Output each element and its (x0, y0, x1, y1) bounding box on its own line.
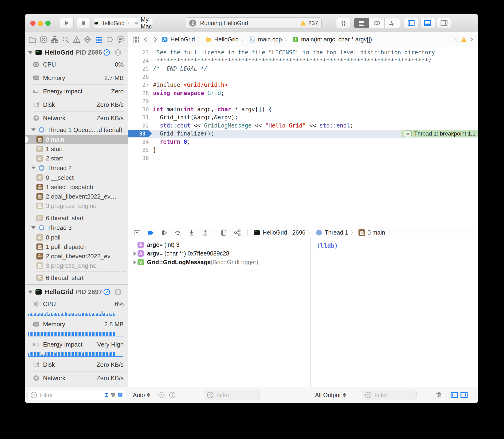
navigator-filter-input[interactable] (39, 391, 102, 399)
thread-row[interactable]: Thread 2 (25, 163, 128, 173)
toggle-inspector-button[interactable] (437, 18, 451, 28)
lldb-prompt[interactable]: (lldb) (311, 238, 478, 249)
gauge-row-network[interactable]: NetworkZero KB/s (25, 371, 128, 385)
breakpoint-badge[interactable]: 33 (128, 130, 152, 137)
back-button[interactable] (143, 37, 149, 43)
zoom-button[interactable] (45, 21, 50, 26)
navigator-tab-breakpoints[interactable] (106, 36, 114, 44)
scope-updown-icon[interactable] (343, 393, 346, 397)
memory-graph-button[interactable] (234, 229, 241, 236)
code-line[interactable]: 34 return 0; (128, 138, 478, 146)
gauge-row-energy-impact[interactable]: Energy ImpactVery High (25, 338, 128, 351)
disclosure-triangle-icon[interactable] (31, 226, 35, 229)
annotation-menu-icon[interactable] (404, 130, 412, 137)
breakpoint-annotation[interactable]: Thread 1: breakpoint 1.1 (401, 130, 478, 137)
breakpoints-toggle-button[interactable] (147, 229, 154, 236)
stack-frame-row[interactable]: ⚙2 start (25, 154, 128, 163)
code-line[interactable]: 23 See the full license in the file "LIC… (128, 49, 478, 57)
stack-frame-row[interactable]: 1 poll_dispatch (25, 242, 128, 252)
navigator-tab-symbols[interactable] (50, 36, 59, 44)
scheme-selector[interactable]: HelloGrid 〉 My Mac (94, 18, 153, 28)
code-line[interactable]: 33 Grid_finalize();Thread 1: breakpoint … (128, 130, 478, 138)
variable-disclosure-icon[interactable] (132, 260, 138, 264)
process-row[interactable]: HelloGridPID 2696 (25, 47, 128, 58)
navigator-tab-tests[interactable] (84, 36, 92, 44)
stack-frame-row[interactable]: 3 progress_engine (25, 261, 128, 270)
breadcrumb-item[interactable]: HelloGrid (170, 36, 195, 43)
gauge-row-energy-impact[interactable]: Energy ImpactZero (25, 85, 128, 98)
gauge-row-disk[interactable]: DiskZero KB/s (25, 98, 128, 111)
navigator-tab-find[interactable] (62, 36, 70, 44)
clear-console-icon[interactable] (435, 391, 442, 399)
disclosure-triangle-icon[interactable] (28, 291, 33, 294)
console-view[interactable]: (lldb) (310, 238, 478, 387)
info-icon[interactable] (169, 391, 176, 399)
step-into-button[interactable] (188, 229, 195, 236)
toggle-debug-area-button[interactable] (420, 18, 435, 28)
gauge-row-disk[interactable]: DiskZero KB/s (25, 358, 128, 371)
step-over-button[interactable] (174, 229, 182, 236)
variable-row[interactable]: Aargv = (char **) 0x7ffee9039c28 (128, 249, 310, 258)
console-filter-input[interactable] (374, 391, 414, 399)
scope-updown-icon[interactable] (147, 393, 150, 397)
stack-frame-row[interactable]: ⚙0 __select (25, 173, 128, 182)
show-console-toggle-icon[interactable] (460, 391, 468, 399)
gauge-row-memory[interactable]: Memory2.8 MB (25, 317, 128, 331)
run-button[interactable] (60, 18, 74, 28)
code-line[interactable]: 25/* END LEGAL */ (128, 65, 478, 73)
thread-row[interactable]: Thread 3 (25, 223, 128, 233)
breadcrumb-item[interactable]: HelloGrid (214, 36, 239, 43)
view-mode-toggle-icon[interactable] (117, 391, 122, 399)
debug-breadcrumb-item[interactable]: 0 main (367, 229, 385, 236)
activity-count-badge[interactable]: 2 (189, 20, 196, 27)
next-issue-button[interactable] (469, 37, 474, 42)
related-items-icon[interactable] (132, 36, 139, 43)
continue-button[interactable] (161, 229, 168, 236)
assistant-editor-button[interactable] (369, 18, 385, 28)
step-out-button[interactable] (201, 229, 209, 236)
stack-frame-row[interactable]: 0 main (25, 135, 128, 144)
navigator-tab-debug[interactable] (95, 36, 103, 44)
code-line[interactable]: 26 (128, 73, 478, 81)
flatten-frames-toggle-icon[interactable] (104, 391, 109, 399)
warning-indicator[interactable]: 237 (300, 20, 318, 27)
stack-frame-row[interactable]: 3 progress_engine (25, 201, 128, 211)
debug-view-hierarchy-button[interactable] (220, 229, 228, 236)
forward-button[interactable] (152, 37, 158, 43)
debug-breadcrumb-item[interactable]: Thread 1 (325, 229, 348, 236)
close-button[interactable] (30, 21, 35, 26)
console-filter-field[interactable] (362, 390, 417, 400)
gauge-button-icon[interactable] (103, 288, 110, 296)
variables-filter-input[interactable] (216, 391, 257, 399)
hide-debug-area-button[interactable] (133, 229, 141, 236)
toggle-navigator-button[interactable] (404, 18, 418, 28)
show-variables-toggle-icon[interactable] (450, 391, 458, 399)
navigator-filter-field[interactable] (27, 390, 125, 400)
navigator-tab-reports[interactable] (117, 36, 125, 44)
columns-button-icon[interactable] (114, 49, 122, 56)
code-line[interactable]: 32 std::cout << GridLogMessage << "Hello… (128, 122, 478, 130)
stack-frame-row[interactable]: 2 opal_libevent2022_ev… (25, 192, 128, 201)
code-line[interactable]: 29 (128, 97, 478, 105)
breadcrumb-item[interactable]: main(int argc, char * argv[]) (301, 36, 372, 43)
console-scope-label[interactable]: All Output (315, 392, 341, 399)
gauge-row-cpu[interactable]: CPU6% (25, 297, 128, 311)
code-line[interactable]: 31 Grid_init(&argc,&argv); (128, 113, 478, 122)
code-snippets-button[interactable]: {} (336, 18, 351, 28)
gauge-row-cpu[interactable]: CPU0% (25, 58, 128, 71)
stack-frame-row[interactable]: ⚙0 poll (25, 233, 128, 242)
source-editor[interactable]: 23 See the full license in the file "LIC… (128, 47, 478, 228)
code-line[interactable]: 36 (128, 154, 478, 162)
variable-disclosure-icon[interactable] (132, 252, 138, 256)
columns-button-icon[interactable] (114, 288, 122, 296)
variables-filter-field[interactable] (204, 390, 259, 400)
code-line[interactable]: 27#include <Grid/Grid.h> (128, 81, 478, 89)
previous-issue-button[interactable] (454, 37, 459, 42)
gauge-row-network[interactable]: NetworkZero KB/s (25, 111, 128, 125)
process-row[interactable]: HelloGridPID 2697 (25, 287, 128, 297)
disclosure-triangle-icon[interactable] (31, 128, 35, 131)
stack-frame-row[interactable]: 2 opal_libevent2022_ev… (25, 252, 128, 261)
stack-frame-row[interactable]: ⚙6 thread_start (25, 213, 128, 223)
variable-row[interactable]: Aargc = (int) 3 (128, 240, 310, 249)
version-editor-button[interactable] (385, 18, 400, 28)
